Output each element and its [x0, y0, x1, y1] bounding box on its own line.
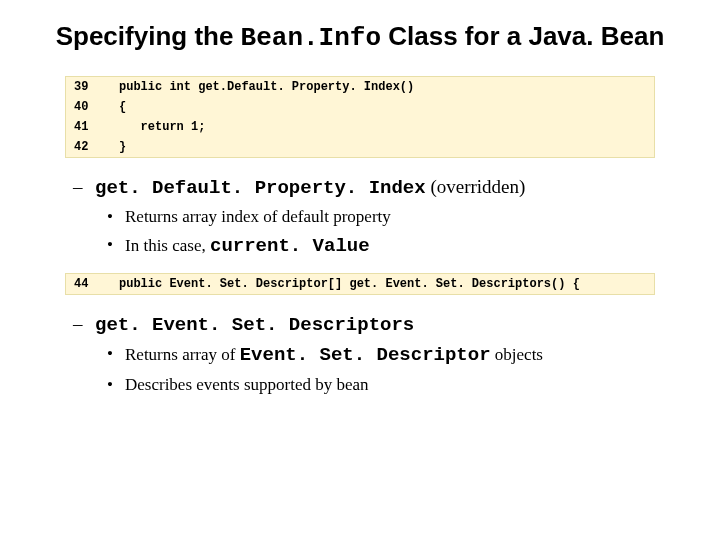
code-text: {: [119, 97, 655, 117]
heading-suffix: (overridden): [426, 176, 526, 197]
code-text: }: [119, 137, 655, 158]
dot-item: Describes events supported by bean: [125, 373, 680, 397]
bullet-text: objects: [491, 345, 543, 364]
code-text: public Event. Set. Descriptor[] get. Eve…: [119, 274, 655, 295]
dot-item: Returns array of Event. Set. Descriptor …: [125, 342, 680, 369]
sub-list: Returns array index of default property …: [95, 205, 680, 259]
code-row: 44public Event. Set. Descriptor[] get. E…: [66, 274, 655, 295]
code-row: 42}: [66, 137, 655, 158]
code-block-1: 39public int get.Default. Property. Inde…: [65, 76, 655, 158]
method-name: get. Event. Set. Descriptors: [95, 314, 414, 336]
outline-section-2: get. Event. Set. Descriptors Returns arr…: [40, 313, 680, 396]
code-text: public int get.Default. Property. Index(…: [119, 76, 655, 97]
line-number: 39: [66, 76, 120, 97]
code-row: 41 return 1;: [66, 117, 655, 137]
outline-section-1: get. Default. Property. Index (overridde…: [40, 176, 680, 259]
code-row: 40{: [66, 97, 655, 117]
bullet-text: Describes events supported by bean: [125, 375, 369, 394]
dot-item: In this case, current. Value: [125, 233, 680, 260]
line-number: 40: [66, 97, 120, 117]
bullet-mono: Event. Set. Descriptor: [240, 344, 491, 366]
title-pre: Specifying the: [56, 21, 241, 51]
bullet-mono: current. Value: [210, 235, 370, 257]
dash-item: get. Event. Set. Descriptors Returns arr…: [95, 313, 680, 396]
bullet-text: In this case,: [125, 236, 210, 255]
bullet-text: Returns array index of default property: [125, 207, 391, 226]
dash-item: get. Default. Property. Index (overridde…: [95, 176, 680, 259]
code-text: return 1;: [119, 117, 655, 137]
title-post: Class for a Java. Bean: [381, 21, 664, 51]
line-number: 41: [66, 117, 120, 137]
line-number: 42: [66, 137, 120, 158]
method-name: get. Default. Property. Index: [95, 177, 426, 199]
title-mono: Bean.Info: [241, 23, 381, 53]
line-number: 44: [66, 274, 120, 295]
slide-title: Specifying the Bean.Info Class for a Jav…: [40, 20, 680, 56]
code-block-2: 44public Event. Set. Descriptor[] get. E…: [65, 273, 655, 295]
dot-item: Returns array index of default property: [125, 205, 680, 229]
bullet-text: Returns array of: [125, 345, 240, 364]
sub-list: Returns array of Event. Set. Descriptor …: [95, 342, 680, 396]
code-row: 39public int get.Default. Property. Inde…: [66, 76, 655, 97]
